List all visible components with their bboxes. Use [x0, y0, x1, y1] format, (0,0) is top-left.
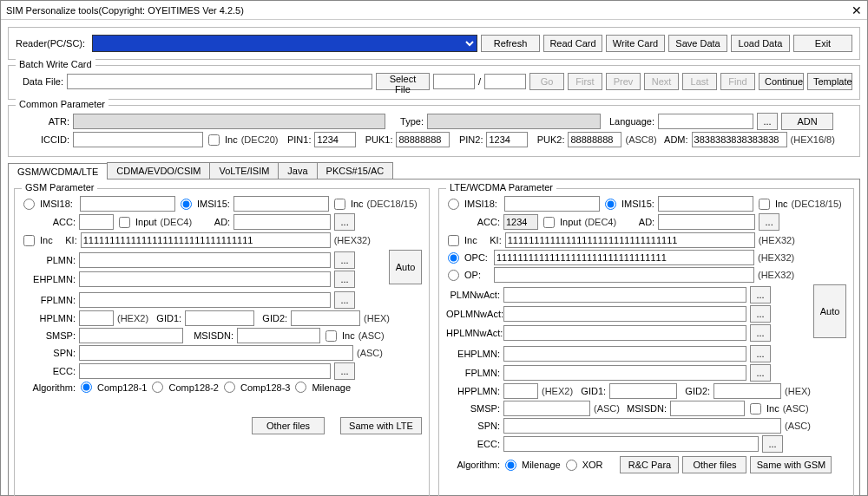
lte-hplmnwact-more-button[interactable]: ...	[750, 324, 771, 342]
gsm-fplmn-more-button[interactable]: ...	[334, 291, 355, 309]
tab-gsm-wcdma-lte[interactable]: GSM/WCDMA/LTE	[8, 163, 108, 179]
gsm-smsp-input[interactable]	[79, 328, 183, 343]
iccid-input[interactable]	[73, 132, 203, 147]
adm-input[interactable]	[692, 132, 787, 147]
lte-msisdn-inc-checkbox[interactable]	[750, 403, 761, 414]
lte-opc-input[interactable]	[494, 250, 754, 265]
language-more-button[interactable]: ...	[757, 113, 778, 130]
lte-gid2-input[interactable]	[713, 383, 781, 399]
gsm-ki-inc-checkbox[interactable]	[23, 235, 35, 246]
lte-same-with-gsm-button[interactable]: Same with GSM	[750, 456, 832, 473]
find-button[interactable]: Find	[720, 73, 755, 90]
lte-ecc-input[interactable]	[503, 436, 759, 452]
gsm-same-with-lte-button[interactable]: Same with LTE	[340, 417, 422, 434]
lte-oplmnwact-input[interactable]	[503, 306, 746, 322]
lte-ehplmn-input[interactable]	[503, 346, 746, 362]
lte-algo-milenage-radio[interactable]	[505, 460, 516, 471]
lte-ki-inc-checkbox[interactable]	[448, 235, 459, 246]
lte-algo-xor-radio[interactable]	[566, 460, 577, 471]
reader-select[interactable]	[92, 35, 477, 52]
puk1-input[interactable]	[396, 132, 450, 147]
puk2-input[interactable]	[568, 132, 621, 147]
lte-spn-input[interactable]	[503, 418, 781, 434]
gsm-acc-input[interactable]	[79, 214, 114, 230]
batch-total-input[interactable]	[484, 74, 526, 89]
gsm-plmn-more-button[interactable]: ...	[334, 251, 355, 269]
write-card-button[interactable]: Write Card	[606, 35, 665, 52]
lte-acc-input-checkbox[interactable]	[543, 217, 555, 228]
gsm-msisdn-input[interactable]	[237, 328, 320, 343]
lte-fplmn-more-button[interactable]: ...	[750, 364, 771, 382]
gsm-algo-milenage-radio[interactable]	[295, 382, 306, 393]
lte-rc-para-button[interactable]: R&C Para	[620, 456, 679, 473]
read-card-button[interactable]: Read Card	[543, 35, 602, 52]
type-input[interactable]	[427, 114, 601, 129]
pin2-input[interactable]	[486, 132, 528, 147]
last-button[interactable]: Last	[682, 73, 717, 90]
lte-oplmnwact-more-button[interactable]: ...	[750, 305, 771, 323]
gsm-imsi-inc-checkbox[interactable]	[334, 199, 345, 210]
lte-ecc-more-button[interactable]: ...	[762, 435, 783, 453]
gsm-other-files-button[interactable]: Other files	[252, 417, 325, 434]
gsm-algo-comp128-3-radio[interactable]	[224, 382, 235, 393]
lte-imsi18-radio[interactable]	[448, 199, 459, 210]
select-file-button[interactable]: Select File	[376, 73, 430, 90]
gsm-imsi18-input[interactable]	[80, 196, 175, 212]
gsm-ehplmn-input[interactable]	[79, 271, 331, 287]
gsm-imsi15-input[interactable]	[233, 196, 329, 212]
iccid-inc-checkbox[interactable]	[208, 134, 220, 146]
gsm-spn-input[interactable]	[79, 345, 353, 361]
gsm-plmn-input[interactable]	[79, 252, 331, 268]
lte-plmnwact-input[interactable]	[503, 287, 746, 303]
go-button[interactable]: Go	[529, 73, 564, 90]
gsm-ad-input[interactable]	[233, 214, 331, 230]
lte-auto-button[interactable]: Auto	[813, 284, 846, 338]
language-input[interactable]	[658, 114, 753, 129]
next-button[interactable]: Next	[644, 73, 679, 90]
gsm-auto-button[interactable]: Auto	[389, 250, 422, 284]
close-icon[interactable]: ✕	[852, 1, 862, 20]
lte-fplmn-input[interactable]	[503, 365, 746, 381]
gsm-imsi15-radio[interactable]	[181, 199, 192, 210]
load-data-button[interactable]: Load Data	[731, 35, 790, 52]
gsm-gid1-input[interactable]	[185, 310, 254, 326]
gsm-ad-more-button[interactable]: ...	[334, 213, 355, 231]
lte-imsi-inc-checkbox[interactable]	[759, 199, 770, 210]
pin1-input[interactable]	[314, 132, 356, 147]
lte-imsi15-input[interactable]	[658, 196, 753, 212]
gsm-gid2-input[interactable]	[291, 310, 360, 326]
gsm-acc-input-checkbox[interactable]	[119, 217, 130, 228]
lte-ehplmn-more-button[interactable]: ...	[750, 345, 771, 362]
gsm-ehplmn-more-button[interactable]: ...	[334, 271, 355, 288]
lte-hpplmn-input[interactable]	[503, 383, 538, 399]
lte-plmnwact-more-button[interactable]: ...	[750, 286, 771, 303]
first-button[interactable]: First	[568, 73, 602, 90]
lte-other-files-button[interactable]: Other files	[682, 456, 746, 473]
lte-acc-input[interactable]	[503, 214, 538, 230]
lte-hplmnwact-input[interactable]	[503, 325, 746, 341]
gsm-algo-comp128-2-radio[interactable]	[152, 382, 163, 393]
gsm-fplmn-input[interactable]	[79, 292, 331, 308]
tab-volte-isim[interactable]: VoLTE/ISIM	[209, 162, 279, 179]
gsm-ecc-input[interactable]	[79, 363, 331, 379]
gsm-msisdn-inc-checkbox[interactable]	[326, 330, 337, 342]
lte-ad-input[interactable]	[658, 214, 755, 230]
exit-button[interactable]: Exit	[793, 35, 852, 52]
tab-java[interactable]: Java	[278, 162, 317, 179]
lte-imsi15-radio[interactable]	[605, 199, 616, 210]
lte-op-input[interactable]	[494, 267, 754, 283]
prev-button[interactable]: Prev	[606, 73, 641, 90]
gsm-imsi18-radio[interactable]	[23, 199, 35, 210]
gsm-ki-input[interactable]	[81, 232, 331, 248]
lte-smsp-input[interactable]	[503, 401, 590, 416]
template-button[interactable]: Template	[807, 73, 852, 90]
refresh-button[interactable]: Refresh	[481, 35, 540, 52]
lte-gid1-input[interactable]	[609, 383, 677, 399]
lte-opc-radio[interactable]	[448, 252, 459, 264]
tab-cdma-evdo-csim[interactable]: CDMA/EVDO/CSIM	[107, 162, 210, 179]
adn-button[interactable]: ADN	[781, 113, 833, 130]
gsm-hplmn-input[interactable]	[79, 310, 114, 326]
lte-op-radio[interactable]	[448, 270, 459, 281]
batch-pos-input[interactable]	[433, 74, 475, 89]
lte-ad-more-button[interactable]: ...	[759, 213, 779, 231]
